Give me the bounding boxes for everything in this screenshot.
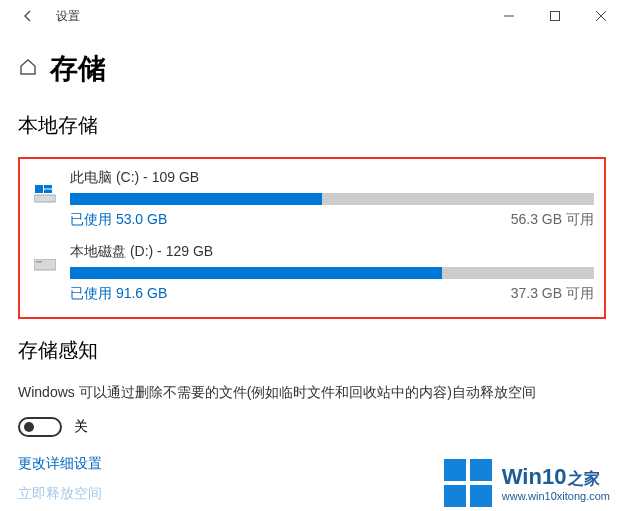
svg-rect-9 — [36, 261, 42, 263]
svg-rect-7 — [44, 190, 52, 194]
watermark: Win10 之家 www.win10xitong.com — [444, 459, 610, 507]
disk-title: 本地磁盘 (D:) - 129 GB — [70, 243, 594, 261]
back-button[interactable] — [8, 8, 48, 24]
page-title: 存储 — [50, 50, 106, 88]
maximize-button[interactable] — [532, 0, 578, 32]
svg-rect-1 — [551, 12, 560, 21]
disk-title: 此电脑 (C:) - 109 GB — [70, 169, 594, 187]
disk-free-label: 37.3 GB 可用 — [511, 285, 594, 303]
disk-used-link[interactable]: 已使用 53.0 GB — [70, 211, 167, 229]
svg-rect-5 — [35, 185, 43, 193]
watermark-logo-icon — [444, 459, 492, 507]
disk-usage-bar — [70, 267, 594, 279]
storage-sense-description: Windows 可以通过删除不需要的文件(例如临时文件和回收站中的内容)自动释放… — [18, 382, 606, 403]
disk-usage-fill — [70, 267, 442, 279]
toggle-knob — [24, 422, 34, 432]
disk-usage-fill — [70, 193, 322, 205]
disk-row[interactable]: 本地磁盘 (D:) - 129 GB 已使用 91.6 GB 37.3 GB 可… — [30, 243, 594, 303]
disk-usage-bar — [70, 193, 594, 205]
disk-used-link[interactable]: 已使用 91.6 GB — [70, 285, 167, 303]
close-button[interactable] — [578, 0, 624, 32]
watermark-url: www.win10xitong.com — [502, 490, 610, 502]
svg-rect-6 — [44, 185, 52, 189]
svg-rect-4 — [34, 195, 56, 202]
disk-free-label: 56.3 GB 可用 — [511, 211, 594, 229]
window-title: 设置 — [56, 8, 80, 25]
storage-sense-heading: 存储感知 — [18, 337, 606, 364]
system-disk-icon — [30, 169, 60, 203]
svg-rect-8 — [34, 259, 56, 270]
storage-sense-toggle[interactable] — [18, 417, 62, 437]
storage-sense-toggle-label: 关 — [74, 418, 88, 436]
watermark-brand: Win10 — [502, 464, 567, 490]
disk-row[interactable]: 此电脑 (C:) - 109 GB 已使用 53.0 GB 56.3 GB 可用 — [30, 169, 594, 229]
local-storage-heading: 本地存储 — [18, 112, 606, 139]
home-icon[interactable] — [18, 57, 38, 81]
disk-icon — [30, 243, 60, 271]
minimize-button[interactable] — [486, 0, 532, 32]
watermark-brand-suffix: 之家 — [568, 469, 600, 490]
local-storage-highlight: 此电脑 (C:) - 109 GB 已使用 53.0 GB 56.3 GB 可用… — [18, 157, 606, 319]
